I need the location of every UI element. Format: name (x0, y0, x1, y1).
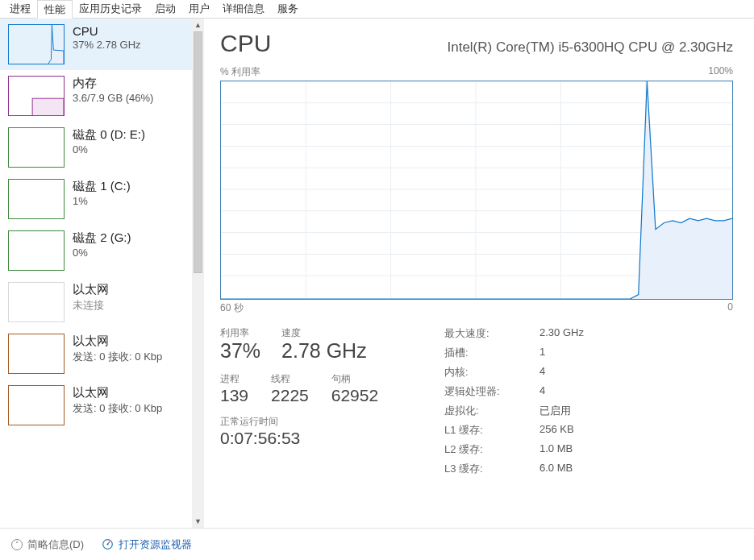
sidebar-item-sub: 3.6/7.9 GB (46%) (73, 92, 153, 104)
speed-value: 2.78 GHz (281, 339, 367, 363)
sidebar-item-title: CPU (73, 24, 141, 38)
spec-key: L1 缓存: (444, 423, 533, 438)
detail-subtitle: Intel(R) Core(TM) i5-6300HQ CPU @ 2.30GH… (447, 39, 733, 56)
util-label: 利用率 (220, 326, 260, 340)
thumb-graph (8, 127, 65, 168)
handles-label: 句柄 (331, 372, 378, 386)
spec-key: L3 缓存: (444, 462, 533, 476)
scrollbar[interactable]: ▲ ▼ (192, 19, 204, 528)
thumb-graph (8, 282, 65, 322)
tab-性能[interactable]: 性能 (37, 0, 73, 19)
sidebar: CPU37% 2.78 GHz内存3.6/7.9 GB (46%)磁盘 0 (D… (0, 19, 204, 528)
spec-value: 已启用 (539, 404, 733, 418)
sidebar-item-6[interactable]: 以太网发送: 0 接收: 0 Kbp (0, 328, 192, 380)
sidebar-item-4[interactable]: 磁盘 2 (G:)0% (0, 225, 192, 276)
sidebar-item-sub: 0% (73, 247, 131, 259)
sidebar-item-sub: 发送: 0 接收: 0 Kbp (73, 350, 162, 364)
threads-label: 线程 (271, 372, 309, 386)
detail-title: CPU (220, 30, 271, 57)
spec-value: 4 (539, 365, 733, 380)
sidebar-item-title: 以太网 (73, 282, 109, 297)
spec-key: 内核: (444, 365, 533, 380)
tab-进程[interactable]: 进程 (3, 0, 37, 18)
thumb-graph (8, 24, 65, 64)
chart-x-left: 60 秒 (220, 301, 244, 315)
spec-value: 1 (539, 346, 733, 360)
threads-value: 2225 (271, 386, 309, 405)
tab-用户[interactable]: 用户 (182, 0, 216, 18)
chart-y-max: 100% (708, 65, 733, 79)
open-monitor-label: 打开资源监视器 (119, 537, 192, 552)
chart-x-right: 0 (727, 301, 733, 315)
spec-value: 4 (539, 384, 733, 399)
proc-label: 进程 (220, 372, 248, 386)
uptime-value: 0:07:56:53 (220, 429, 422, 448)
sidebar-item-3[interactable]: 磁盘 1 (C:)1% (0, 173, 192, 225)
spec-key: L2 缓存: (444, 442, 533, 457)
thumb-graph (8, 179, 65, 219)
sidebar-item-0[interactable]: CPU37% 2.78 GHz (0, 19, 192, 70)
footer: ˄ 简略信息(D) 打开资源监视器 (0, 528, 754, 560)
tab-启动[interactable]: 启动 (148, 0, 182, 18)
sidebar-item-7[interactable]: 以太网发送: 0 接收: 0 Kbp (0, 380, 192, 431)
uptime-label: 正常运行时间 (220, 415, 422, 429)
util-value: 37% (220, 339, 260, 363)
spec-key: 逻辑处理器: (444, 384, 533, 399)
sidebar-item-sub: 1% (73, 195, 131, 207)
sidebar-item-sub: 未连接 (73, 298, 109, 313)
tab-详细信息[interactable]: 详细信息 (216, 0, 271, 18)
spec-key: 虚拟化: (444, 404, 533, 418)
spec-key: 插槽: (444, 346, 533, 360)
brief-info-label: 简略信息(D) (27, 537, 84, 552)
scroll-down-icon[interactable]: ▼ (192, 515, 204, 528)
sidebar-item-title: 磁盘 0 (D: E:) (73, 127, 145, 143)
tab-服务[interactable]: 服务 (271, 0, 305, 18)
sidebar-item-1[interactable]: 内存3.6/7.9 GB (46%) (0, 70, 192, 122)
thumb-graph (8, 230, 65, 271)
spec-value: 6.0 MB (539, 462, 733, 476)
svg-rect-0 (32, 98, 64, 115)
open-resource-monitor-link[interactable]: 打开资源监视器 (102, 537, 192, 552)
thumb-graph (8, 385, 65, 425)
speed-label: 速度 (281, 326, 367, 340)
spec-value: 1.0 MB (539, 442, 733, 457)
svg-point-16 (106, 543, 108, 545)
sidebar-item-title: 磁盘 1 (C:) (73, 179, 131, 194)
sidebar-item-sub: 发送: 0 接收: 0 Kbp (73, 401, 162, 416)
handles-value: 62952 (331, 386, 378, 405)
spec-value: 2.30 GHz (539, 326, 733, 341)
monitor-icon (102, 538, 114, 550)
sidebar-item-2[interactable]: 磁盘 0 (D: E:)0% (0, 122, 192, 173)
thumb-graph (8, 334, 65, 374)
spec-grid: 最大速度:2.30 GHz插槽:1内核:4逻辑处理器:4虚拟化:已启用L1 缓存… (444, 326, 733, 476)
cpu-chart (220, 81, 733, 300)
sidebar-item-sub: 0% (73, 143, 145, 156)
sidebar-item-title: 以太网 (73, 385, 162, 400)
chart-y-label: % 利用率 (220, 65, 260, 79)
thumb-graph (8, 76, 65, 116)
sidebar-item-title: 内存 (73, 76, 153, 91)
spec-key: 最大速度: (444, 326, 533, 341)
brief-info-link[interactable]: ˄ 简略信息(D) (11, 537, 84, 552)
tab-应用历史记录[interactable]: 应用历史记录 (73, 0, 148, 18)
detail-panel: CPU Intel(R) Core(TM) i5-6300HQ CPU @ 2.… (204, 19, 754, 528)
sidebar-item-5[interactable]: 以太网未连接 (0, 276, 192, 328)
proc-value: 139 (220, 386, 248, 405)
chevron-up-icon: ˄ (11, 539, 23, 550)
spec-value: 256 KB (539, 423, 733, 438)
tabs: 进程性能应用历史记录启动用户详细信息服务 (0, 0, 754, 19)
sidebar-item-title: 磁盘 2 (G:) (73, 230, 131, 246)
sidebar-item-title: 以太网 (73, 334, 162, 349)
scroll-up-icon[interactable]: ▲ (192, 19, 204, 31)
sidebar-item-sub: 37% 2.78 GHz (73, 39, 141, 51)
scrollbar-thumb[interactable] (194, 31, 202, 273)
